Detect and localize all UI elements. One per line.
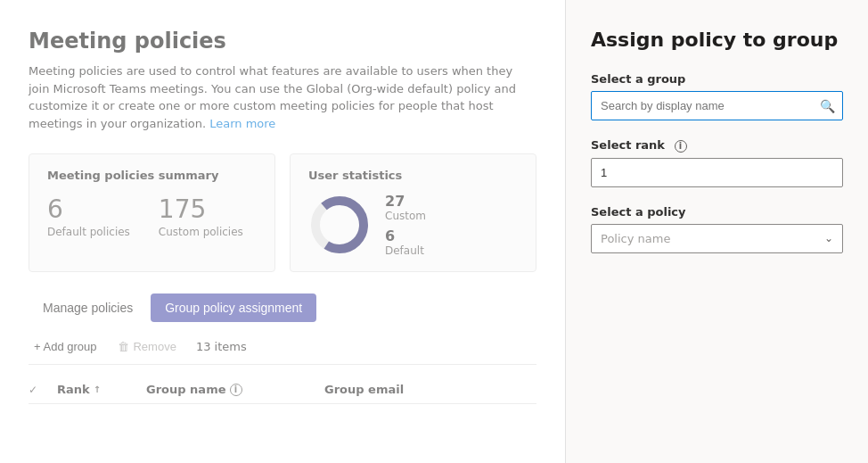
rank-info-icon[interactable]: i (675, 140, 687, 153)
col-group-name-header: Group name i (146, 383, 324, 396)
right-panel: Assign policy to group Select a group 🔍 … (565, 0, 868, 463)
default-count: 6 (47, 194, 130, 224)
page-description: Meeting policies are used to control wha… (29, 62, 536, 132)
left-panel: Meeting policies Meeting policies are us… (0, 0, 565, 463)
custom-legend-item: 27 Custom (385, 193, 426, 222)
card-stats: 6 Default policies 175 Custom policies (47, 194, 257, 238)
page-title: Meeting policies (29, 29, 536, 54)
custom-count: 175 (159, 194, 243, 224)
summary-card: Meeting policies summary 6 Default polic… (29, 153, 275, 272)
select-rank-label: Select rank i (591, 138, 843, 153)
search-input-wrap: 🔍 (591, 91, 843, 120)
rank-input[interactable]: 1 (591, 158, 843, 187)
custom-stat: 175 Custom policies (159, 194, 243, 238)
toolbar: + Add group 🗑 Remove 13 items (29, 336, 536, 365)
select-group-group: Select a group 🔍 (591, 72, 843, 120)
donut-chart (308, 194, 371, 256)
summary-card-title: Meeting policies summary (47, 169, 257, 182)
tab-group-policy-assignment[interactable]: Group policy assignment (151, 294, 316, 322)
select-policy-label: Select a policy (591, 205, 843, 219)
chevron-down-icon: ⌄ (824, 232, 833, 244)
default-stat-label: Default (385, 244, 426, 257)
default-stat-value: 6 (385, 227, 426, 244)
add-group-button[interactable]: + Add group (29, 336, 102, 357)
col-rank-header: Rank ↑ (57, 383, 146, 396)
custom-label: Custom policies (159, 226, 243, 238)
remove-button[interactable]: 🗑 Remove (112, 336, 181, 357)
col-email-header: Group email (324, 383, 503, 396)
tab-manage-policies[interactable]: Manage policies (29, 294, 147, 322)
select-group-label: Select a group (591, 72, 843, 86)
select-policy-group: Select a policy Policy name ⌄ (591, 205, 843, 253)
policy-select-wrap[interactable]: Policy name ⌄ (591, 224, 843, 253)
tabs-row: Manage policies Group policy assignment (29, 294, 536, 322)
user-stats-card-title: User statistics (308, 169, 426, 182)
default-stat: 6 Default policies (47, 194, 130, 238)
table-header: ✓ Rank ↑ Group name i Group email (29, 376, 536, 404)
default-label: Default policies (47, 226, 130, 238)
cards-row: Meeting policies summary 6 Default polic… (29, 153, 536, 272)
custom-stat-label: Custom (385, 210, 426, 222)
check-icon: ✓ (29, 384, 37, 396)
sort-icon: ↑ (94, 384, 101, 394)
select-rank-group: Select rank i 1 (591, 138, 843, 187)
search-icon: 🔍 (820, 99, 835, 113)
custom-stat-value: 27 (385, 193, 426, 210)
col-check: ✓ (29, 383, 57, 396)
group-name-info-icon[interactable]: i (230, 384, 242, 396)
panel-title: Assign policy to group (591, 29, 843, 51)
search-input[interactable] (592, 92, 813, 120)
default-legend-item: 6 Default (385, 227, 426, 257)
items-count: 13 items (196, 340, 247, 353)
policy-select-placeholder: Policy name (601, 232, 670, 245)
trash-icon: 🗑 (118, 340, 129, 353)
search-icon-button[interactable]: 🔍 (813, 94, 842, 119)
learn-more-link[interactable]: Learn more (209, 117, 275, 130)
user-stats-card: User statistics User statistics 27 Custo… (290, 153, 536, 272)
chart-legend: 27 Custom 6 Default (385, 193, 426, 257)
